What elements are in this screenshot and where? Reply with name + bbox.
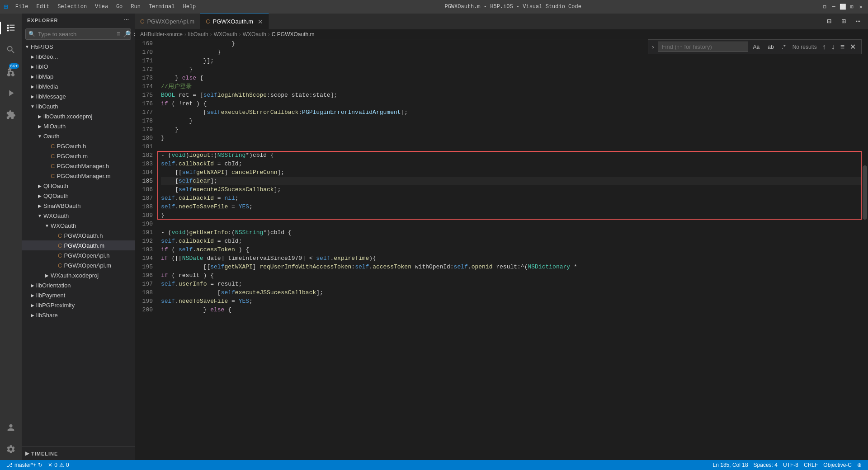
tree-item-wxauth-xcodeproj[interactable]: ▶ WXauth.xcodeproj [22, 270, 135, 280]
layout-icon[interactable]: ⊞ [848, 3, 855, 10]
tree-item-qqoauth[interactable]: ▶ QQOauth [22, 191, 135, 201]
menu-view[interactable]: View [91, 3, 112, 11]
timeline-header[interactable]: ▶ TIMELINE [22, 449, 135, 458]
timeline-section: ▶ TIMELINE [22, 446, 135, 460]
activity-extensions[interactable] [0, 104, 22, 126]
maximize-icon[interactable]: ⬜ [839, 3, 846, 10]
breadcrumb-wxoauth[interactable]: WXOauth [214, 31, 237, 38]
activity-account[interactable] [0, 417, 22, 438]
tree-item-oauth[interactable]: ▼ Oauth [22, 131, 135, 141]
new-file-icon[interactable]: ⋯ [124, 17, 129, 23]
status-encoding[interactable]: UTF-8 [780, 460, 801, 470]
menu-selection[interactable]: Selection [54, 3, 90, 11]
arrow-icon: ▶ [36, 114, 43, 119]
minimize-icon[interactable]: — [830, 3, 837, 10]
breadcrumb-file[interactable]: C PGWXOauth.m [272, 31, 315, 38]
code-line [161, 220, 862, 228]
find-regex-btn[interactable]: .* [779, 42, 789, 52]
status-branch[interactable]: ⎇ master*+ ↻ [4, 460, 45, 470]
tree-item-qhoauth[interactable]: ▶ QHOauth [22, 181, 135, 191]
tree-item-libmessage[interactable]: ▶ libMessage [22, 91, 135, 101]
status-language[interactable]: Objective-C [821, 460, 854, 470]
sidebar-toggle-icon[interactable]: ⊟ [821, 3, 828, 10]
status-feedback[interactable]: ⊕ [854, 460, 864, 470]
tree-item-libpayment[interactable]: ▶ libPayment [22, 290, 135, 300]
code-area[interactable]: } } }]; } } else { //用户登录 BOOL ret = [se… [157, 39, 862, 460]
status-errors[interactable]: ✕ 0 ⚠ 0 [45, 460, 71, 470]
titlebar-menu[interactable]: File Edit Selection View Go Run Terminal… [12, 3, 200, 11]
scrollbar-track[interactable] [862, 39, 868, 460]
tree-item-pgwxopenapi-m[interactable]: C PGWXOpenApi.m [22, 260, 135, 270]
activity-search[interactable] [0, 39, 22, 61]
tree-item-liboauth-xcodeproj[interactable]: ▶ libOauth.xcodeproj [22, 111, 135, 121]
tree-item-libshare[interactable]: ▶ libShare [22, 310, 135, 320]
tab-pgwxoauth[interactable]: C PGWXOauth.m ✕ [200, 14, 269, 29]
tree-item-pgwxoauth-h[interactable]: C PGWXOauth.h [22, 230, 135, 240]
tree-item-pgoauth-m[interactable]: C PGOauth.m [22, 151, 135, 161]
activity-source-control[interactable]: 6K+ [0, 61, 22, 82]
tab-label: PGWXOpenApi.m [147, 18, 194, 25]
layout-icon[interactable]: ⊞ [837, 15, 850, 28]
menu-help[interactable]: Help [179, 3, 200, 11]
explorer-search-bar[interactable]: 🔍 ≡ 🔎 ✕ [25, 28, 131, 40]
activity-settings[interactable] [0, 438, 22, 460]
menu-run[interactable]: Run [127, 3, 144, 11]
search-type-icon: 🔍 [28, 31, 35, 38]
status-spaces[interactable]: Spaces: 4 [751, 460, 780, 470]
code-line: if ([[NSDate date] timeIntervalSince1970… [161, 254, 862, 263]
tree-item-sinawboauth[interactable]: ▶ SinaWBOauth [22, 201, 135, 211]
file-label: PGOauth.h [57, 143, 86, 150]
tree-item-libio[interactable]: ▶ libIO [22, 61, 135, 71]
find-expand-icon[interactable]: › [652, 43, 654, 50]
menu-go[interactable]: Go [113, 3, 126, 11]
activity-run[interactable] [0, 82, 22, 104]
tree-item-wxoauth-sub[interactable]: ▼ WXOauth [22, 221, 135, 230]
tab-close-icon[interactable]: ✕ [258, 18, 263, 25]
status-line-ending[interactable]: CRLF [801, 460, 821, 470]
find-match-case-btn[interactable]: Aa [750, 42, 763, 52]
tree-item-liboauth[interactable]: ▼ libOauth [22, 101, 135, 111]
tree-item-wxoauth[interactable]: ▼ WXOauth [22, 211, 135, 221]
tree-item-libgeo[interactable]: ▶ libGeo... [22, 52, 135, 61]
more-actions-icon[interactable]: ⋯ [852, 15, 864, 28]
c-file-icon: C [51, 173, 55, 179]
split-editor-icon[interactable]: ⊟ [823, 15, 835, 28]
tree-item-libmedia[interactable]: ▶ libMedia [22, 81, 135, 91]
search-go-icon[interactable]: 🔎 [123, 30, 131, 38]
breadcrumb-liboauth[interactable]: libOauth [188, 31, 208, 38]
menu-file[interactable]: File [12, 3, 32, 11]
tree-item-pgwxoauth-m[interactable]: C PGWXOauth.m [22, 240, 135, 250]
breadcrumb-source[interactable]: AHBuilder-source [140, 31, 183, 38]
filter-icon[interactable]: ≡ [117, 31, 120, 38]
tree-item-libpgproximity[interactable]: ▶ libPGProximity [22, 300, 135, 310]
tree-item-libmap[interactable]: ▶ libMap [22, 71, 135, 81]
status-ln-col[interactable]: Ln 185, Col 18 [710, 460, 751, 470]
search-input[interactable] [38, 31, 114, 38]
tree-root[interactable]: ▼ H5P.IOS [22, 42, 135, 52]
find-close-btn[interactable]: ✕ [848, 42, 858, 52]
tree-item-liborientation[interactable]: ▶ libOrientation [22, 280, 135, 290]
tree-item-pgwxopenapi-h[interactable]: C PGWXOpenApi.h [22, 250, 135, 260]
tree-item-mioauth[interactable]: ▶ MiOauth [22, 121, 135, 131]
window-controls[interactable]: ⊟ — ⬜ ⊞ ✕ [821, 3, 864, 10]
code-line: - (void)getUserInfo:(NSString*)cbId { [161, 228, 862, 237]
find-next-btn[interactable]: ↓ [830, 42, 837, 52]
activity-explorer[interactable] [0, 17, 22, 39]
tree-item-pgoauthmanager-m[interactable]: C PGOauthManager.m [22, 171, 135, 181]
tree-item-pgoauthmanager-h[interactable]: C PGOauthManager.h [22, 161, 135, 171]
close-icon[interactable]: ✕ [857, 3, 864, 10]
find-input[interactable] [658, 42, 748, 52]
menu-terminal[interactable]: Terminal [145, 3, 179, 11]
breadcrumb-wxoauth2[interactable]: WXOauth [243, 31, 266, 38]
warning-icon: ⚠ [59, 462, 64, 468]
scrollbar-thumb[interactable] [863, 165, 867, 220]
find-whole-word-btn[interactable]: ab [764, 42, 777, 52]
file-label: PGWXOauth.m [64, 242, 104, 249]
folder-label: libGeo... [36, 53, 58, 60]
find-options-btn[interactable]: ≡ [839, 42, 846, 52]
tree-item-pgoauth-h[interactable]: C PGOauth.h [22, 141, 135, 151]
find-prev-btn[interactable]: ↑ [821, 42, 828, 52]
menu-edit[interactable]: Edit [33, 3, 53, 11]
tab-pgwxopenapi[interactable]: C PGWXOpenApi.m [135, 14, 200, 29]
sync-icon: ↻ [38, 462, 42, 468]
